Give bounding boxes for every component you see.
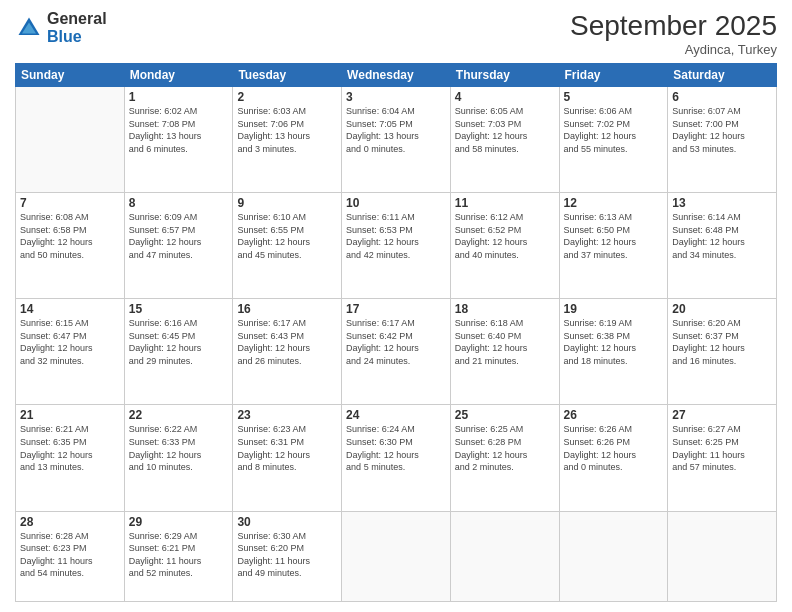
logo-blue-text: Blue (47, 28, 107, 46)
table-row: 30Sunrise: 6:30 AM Sunset: 6:20 PM Dayli… (233, 511, 342, 601)
table-row: 10Sunrise: 6:11 AM Sunset: 6:53 PM Dayli… (342, 193, 451, 299)
table-row: 20Sunrise: 6:20 AM Sunset: 6:37 PM Dayli… (668, 299, 777, 405)
day-info: Sunrise: 6:25 AM Sunset: 6:28 PM Dayligh… (455, 423, 555, 473)
day-info: Sunrise: 6:11 AM Sunset: 6:53 PM Dayligh… (346, 211, 446, 261)
day-number: 19 (564, 302, 664, 316)
table-row: 4Sunrise: 6:05 AM Sunset: 7:03 PM Daylig… (450, 87, 559, 193)
day-info: Sunrise: 6:15 AM Sunset: 6:47 PM Dayligh… (20, 317, 120, 367)
day-info: Sunrise: 6:24 AM Sunset: 6:30 PM Dayligh… (346, 423, 446, 473)
day-info: Sunrise: 6:27 AM Sunset: 6:25 PM Dayligh… (672, 423, 772, 473)
weekday-header-row: Sunday Monday Tuesday Wednesday Thursday… (16, 64, 777, 87)
table-row: 26Sunrise: 6:26 AM Sunset: 6:26 PM Dayli… (559, 405, 668, 511)
day-number: 20 (672, 302, 772, 316)
day-info: Sunrise: 6:17 AM Sunset: 6:43 PM Dayligh… (237, 317, 337, 367)
table-row: 29Sunrise: 6:29 AM Sunset: 6:21 PM Dayli… (124, 511, 233, 601)
day-number: 23 (237, 408, 337, 422)
day-number: 22 (129, 408, 229, 422)
table-row: 18Sunrise: 6:18 AM Sunset: 6:40 PM Dayli… (450, 299, 559, 405)
header-saturday: Saturday (668, 64, 777, 87)
day-info: Sunrise: 6:26 AM Sunset: 6:26 PM Dayligh… (564, 423, 664, 473)
table-row: 14Sunrise: 6:15 AM Sunset: 6:47 PM Dayli… (16, 299, 125, 405)
table-row: 1Sunrise: 6:02 AM Sunset: 7:08 PM Daylig… (124, 87, 233, 193)
day-info: Sunrise: 6:16 AM Sunset: 6:45 PM Dayligh… (129, 317, 229, 367)
day-number: 2 (237, 90, 337, 104)
table-row (450, 511, 559, 601)
table-row: 23Sunrise: 6:23 AM Sunset: 6:31 PM Dayli… (233, 405, 342, 511)
header-thursday: Thursday (450, 64, 559, 87)
day-info: Sunrise: 6:18 AM Sunset: 6:40 PM Dayligh… (455, 317, 555, 367)
calendar-location: Aydinca, Turkey (570, 42, 777, 57)
day-number: 15 (129, 302, 229, 316)
day-info: Sunrise: 6:30 AM Sunset: 6:20 PM Dayligh… (237, 530, 337, 580)
table-row: 3Sunrise: 6:04 AM Sunset: 7:05 PM Daylig… (342, 87, 451, 193)
table-row: 24Sunrise: 6:24 AM Sunset: 6:30 PM Dayli… (342, 405, 451, 511)
table-row: 25Sunrise: 6:25 AM Sunset: 6:28 PM Dayli… (450, 405, 559, 511)
day-number: 9 (237, 196, 337, 210)
day-number: 10 (346, 196, 446, 210)
day-number: 8 (129, 196, 229, 210)
day-number: 1 (129, 90, 229, 104)
table-row: 15Sunrise: 6:16 AM Sunset: 6:45 PM Dayli… (124, 299, 233, 405)
day-info: Sunrise: 6:07 AM Sunset: 7:00 PM Dayligh… (672, 105, 772, 155)
table-row: 2Sunrise: 6:03 AM Sunset: 7:06 PM Daylig… (233, 87, 342, 193)
table-row: 28Sunrise: 6:28 AM Sunset: 6:23 PM Dayli… (16, 511, 125, 601)
day-number: 17 (346, 302, 446, 316)
day-info: Sunrise: 6:09 AM Sunset: 6:57 PM Dayligh… (129, 211, 229, 261)
day-number: 4 (455, 90, 555, 104)
table-row: 22Sunrise: 6:22 AM Sunset: 6:33 PM Dayli… (124, 405, 233, 511)
table-row: 17Sunrise: 6:17 AM Sunset: 6:42 PM Dayli… (342, 299, 451, 405)
header-tuesday: Tuesday (233, 64, 342, 87)
day-number: 3 (346, 90, 446, 104)
day-number: 7 (20, 196, 120, 210)
table-row (342, 511, 451, 601)
day-number: 6 (672, 90, 772, 104)
day-number: 13 (672, 196, 772, 210)
day-number: 14 (20, 302, 120, 316)
table-row: 5Sunrise: 6:06 AM Sunset: 7:02 PM Daylig… (559, 87, 668, 193)
table-row (16, 87, 125, 193)
header-friday: Friday (559, 64, 668, 87)
table-row: 7Sunrise: 6:08 AM Sunset: 6:58 PM Daylig… (16, 193, 125, 299)
day-info: Sunrise: 6:13 AM Sunset: 6:50 PM Dayligh… (564, 211, 664, 261)
table-row: 19Sunrise: 6:19 AM Sunset: 6:38 PM Dayli… (559, 299, 668, 405)
day-info: Sunrise: 6:17 AM Sunset: 6:42 PM Dayligh… (346, 317, 446, 367)
day-number: 27 (672, 408, 772, 422)
calendar-table: Sunday Monday Tuesday Wednesday Thursday… (15, 63, 777, 602)
table-row: 9Sunrise: 6:10 AM Sunset: 6:55 PM Daylig… (233, 193, 342, 299)
logo: General Blue (15, 10, 107, 45)
day-number: 16 (237, 302, 337, 316)
day-number: 26 (564, 408, 664, 422)
day-info: Sunrise: 6:21 AM Sunset: 6:35 PM Dayligh… (20, 423, 120, 473)
day-number: 24 (346, 408, 446, 422)
day-info: Sunrise: 6:29 AM Sunset: 6:21 PM Dayligh… (129, 530, 229, 580)
table-row: 11Sunrise: 6:12 AM Sunset: 6:52 PM Dayli… (450, 193, 559, 299)
day-info: Sunrise: 6:14 AM Sunset: 6:48 PM Dayligh… (672, 211, 772, 261)
day-info: Sunrise: 6:22 AM Sunset: 6:33 PM Dayligh… (129, 423, 229, 473)
table-row: 12Sunrise: 6:13 AM Sunset: 6:50 PM Dayli… (559, 193, 668, 299)
table-row: 16Sunrise: 6:17 AM Sunset: 6:43 PM Dayli… (233, 299, 342, 405)
day-info: Sunrise: 6:28 AM Sunset: 6:23 PM Dayligh… (20, 530, 120, 580)
table-row: 8Sunrise: 6:09 AM Sunset: 6:57 PM Daylig… (124, 193, 233, 299)
day-number: 28 (20, 515, 120, 529)
day-number: 18 (455, 302, 555, 316)
day-info: Sunrise: 6:20 AM Sunset: 6:37 PM Dayligh… (672, 317, 772, 367)
table-row: 27Sunrise: 6:27 AM Sunset: 6:25 PM Dayli… (668, 405, 777, 511)
table-row (559, 511, 668, 601)
header: General Blue September 2025 Aydinca, Tur… (15, 10, 777, 57)
day-number: 30 (237, 515, 337, 529)
day-info: Sunrise: 6:02 AM Sunset: 7:08 PM Dayligh… (129, 105, 229, 155)
day-info: Sunrise: 6:03 AM Sunset: 7:06 PM Dayligh… (237, 105, 337, 155)
day-info: Sunrise: 6:05 AM Sunset: 7:03 PM Dayligh… (455, 105, 555, 155)
day-number: 25 (455, 408, 555, 422)
day-info: Sunrise: 6:06 AM Sunset: 7:02 PM Dayligh… (564, 105, 664, 155)
table-row: 13Sunrise: 6:14 AM Sunset: 6:48 PM Dayli… (668, 193, 777, 299)
header-sunday: Sunday (16, 64, 125, 87)
day-number: 11 (455, 196, 555, 210)
header-monday: Monday (124, 64, 233, 87)
logo-icon (15, 14, 43, 42)
table-row: 6Sunrise: 6:07 AM Sunset: 7:00 PM Daylig… (668, 87, 777, 193)
day-info: Sunrise: 6:04 AM Sunset: 7:05 PM Dayligh… (346, 105, 446, 155)
day-number: 5 (564, 90, 664, 104)
title-block: September 2025 Aydinca, Turkey (570, 10, 777, 57)
day-info: Sunrise: 6:08 AM Sunset: 6:58 PM Dayligh… (20, 211, 120, 261)
